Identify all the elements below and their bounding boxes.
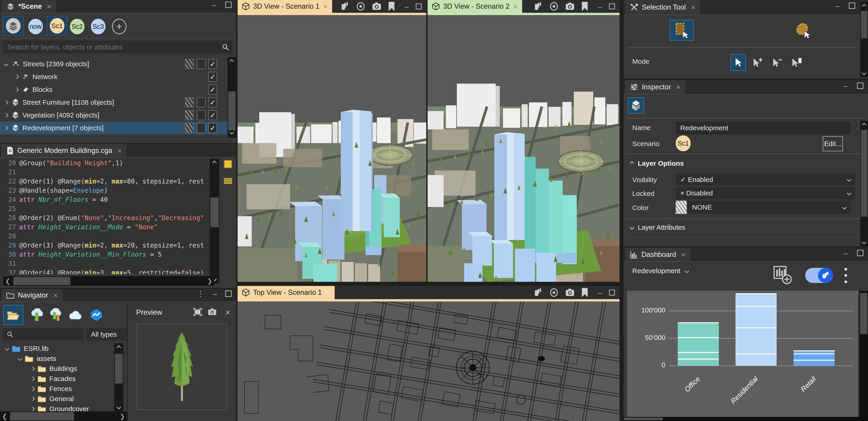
code-line-22[interactable]: 22@Order(1) @Range(min=2, max=80, stepsi… (3, 177, 211, 186)
viewport-3d-scenario1[interactable] (238, 15, 426, 282)
scroll-left-icon[interactable]: ❮ (3, 276, 12, 286)
compare-icon[interactable] (534, 288, 542, 297)
scroll-down-icon[interactable] (860, 68, 868, 77)
minimize-icon[interactable]: – (598, 2, 602, 11)
lasso-select-button[interactable] (790, 20, 814, 41)
code-line-28[interactable]: 28 (3, 232, 211, 241)
tab-selection-tool[interactable]: Selection Tool × (625, 0, 701, 14)
code-line-27[interactable]: 27attr Height_Variation__Mode = "None" (3, 222, 211, 232)
editor-hscrollbar[interactable]: ❮ ❯ (3, 276, 214, 286)
code-line-30[interactable]: 30attr Height_Variation__Min_Floors = 5 (3, 250, 211, 259)
layer-row-vegetation[interactable]: Vegetation [4092 objects]✓ (0, 109, 227, 122)
inspector-scrollbar[interactable] (860, 121, 868, 246)
code-editor-area[interactable]: 20@Group("Building Height",1)2122@Order(… (3, 159, 211, 274)
scene-search-input[interactable] (3, 43, 222, 51)
inspector-object-type-button[interactable] (628, 97, 644, 114)
minimize-icon[interactable]: – (212, 1, 216, 9)
tab-3d-view-scenario2[interactable]: 3D View - Scenario 2 × (428, 0, 522, 13)
tab-dashboard[interactable]: Dashboard × (625, 248, 691, 262)
tree-item-esri-lib[interactable]: ESRI.lib (5, 343, 49, 354)
navigator-groups-button[interactable] (46, 305, 66, 325)
tab-cga-file[interactable]: Generic Modern Buildings.cga × (1, 144, 127, 157)
dashboard-hscrollbar[interactable] (624, 417, 868, 421)
close-icon[interactable]: × (676, 83, 681, 91)
code-line-26[interactable]: 26@Order(2) @Enum("None","Increasing","D… (3, 213, 211, 222)
camera-icon[interactable] (565, 2, 575, 10)
scroll-down-icon[interactable] (860, 238, 868, 246)
scenario-chip-sc2[interactable]: Sc2 (70, 19, 85, 34)
close-icon[interactable]: × (225, 308, 230, 318)
tab-top-view[interactable]: Top View - Scenario 1 × (238, 286, 335, 299)
camera-icon[interactable] (565, 289, 575, 297)
layer-select-toggle[interactable] (197, 97, 206, 108)
chevron-right-icon[interactable] (30, 377, 35, 381)
layer-select-toggle[interactable] (197, 59, 206, 69)
mode-add-button[interactable] (750, 54, 765, 71)
tree-item-fences[interactable]: Fences (31, 384, 72, 394)
chevron-down-icon[interactable] (18, 356, 22, 361)
layer-visibility-checkbox[interactable]: ✓ (208, 59, 217, 69)
layer-texture-toggle[interactable] (185, 123, 194, 133)
maximize-icon[interactable] (609, 3, 615, 9)
tab-scene[interactable]: *Scene × (1, 0, 57, 13)
rectangle-select-button[interactable] (670, 20, 694, 41)
scroll-up-icon[interactable] (860, 121, 868, 129)
scroll-left-icon[interactable]: ❮ (0, 412, 9, 421)
tab-inspector[interactable]: Inspector × (625, 80, 686, 94)
scenario-chip-now[interactable]: now (28, 19, 43, 34)
chart-bar-office[interactable] (678, 322, 719, 366)
add-chart-button[interactable] (773, 266, 793, 285)
scroll-up-icon[interactable] (114, 343, 123, 352)
scroll-right-icon[interactable]: ❯ (205, 276, 214, 286)
scenario-chip-base[interactable] (6, 18, 21, 34)
layer-visibility-checkbox[interactable]: ✓ (208, 85, 217, 95)
layer-texture-toggle[interactable] (185, 97, 194, 108)
layer-row-blocks[interactable]: Blocks✓ (0, 83, 227, 96)
code-line-29[interactable]: 29@Order(3) @Range(min=2, max=20, stepsi… (3, 241, 211, 250)
edit-button[interactable]: Edit... (823, 136, 843, 151)
scenario-compare-toggle[interactable] (805, 268, 833, 283)
tab-3d-view-scenario1[interactable]: 3D View - Scenario 1 × (238, 0, 332, 13)
name-input[interactable]: Redevelopment (676, 122, 850, 134)
bookmark-icon[interactable] (581, 288, 588, 297)
tree-item-general[interactable]: General (31, 394, 74, 404)
code-line-31[interactable]: 31 (3, 259, 211, 268)
locked-dropdown[interactable]: × Disabled (676, 187, 855, 199)
chevron-right-icon[interactable] (14, 87, 19, 92)
code-line-24[interactable]: 24attr Nbr_of_Floors = 40 (3, 195, 211, 204)
kebab-menu-icon[interactable]: ⋮ (197, 290, 205, 298)
scroll-up-icon[interactable] (227, 57, 236, 66)
navigator-tree-scrollbar[interactable] (114, 343, 123, 412)
eye-icon[interactable] (549, 288, 558, 297)
minimize-icon[interactable]: – (843, 82, 848, 90)
layer-options-header[interactable]: Layer Options (630, 159, 684, 167)
bookmark-icon[interactable] (388, 2, 395, 11)
scroll-right-icon[interactable]: ❯ (118, 412, 127, 421)
chevron-right-icon[interactable] (4, 126, 8, 130)
mode-remove-button[interactable] (769, 54, 785, 71)
close-icon[interactable]: × (681, 251, 686, 259)
bookmark-icon[interactable] (581, 2, 588, 11)
layer-select-toggle[interactable] (197, 110, 206, 120)
dashboard-layer-selector[interactable]: Redevelopment (632, 267, 688, 275)
editor-vscrollbar[interactable] (210, 159, 219, 283)
chevron-right-icon[interactable] (4, 113, 8, 118)
layer-attributes-header[interactable]: Layer Attributes (630, 223, 685, 231)
chevron-down-icon[interactable] (4, 62, 8, 66)
code-line-25[interactable]: 25 (3, 204, 211, 213)
minimize-icon[interactable]: – (213, 290, 217, 298)
layer-texture-toggle[interactable] (185, 110, 194, 120)
visibility-dropdown[interactable]: ✓ Enabled (676, 173, 855, 186)
close-icon[interactable]: × (323, 2, 328, 11)
chart-bar-residential[interactable] (736, 293, 777, 366)
layer-visibility-checkbox[interactable]: ✓ (208, 97, 217, 108)
navigator-search-input[interactable] (14, 330, 84, 338)
navigator-arcgis-button[interactable] (86, 305, 106, 325)
dashboard-chart[interactable]: 050'000100'000 OfficeResidentialRetail (627, 291, 858, 417)
navigator-workspace-button[interactable] (3, 305, 23, 325)
preview-fit-button[interactable] (193, 308, 202, 316)
preview-snapshot-button[interactable] (208, 308, 217, 315)
layer-visibility-checkbox[interactable]: ✓ (208, 110, 217, 120)
layer-row-street[interactable]: Street Furniture [1108 objects]✓ (0, 96, 227, 109)
tree-item-assets[interactable]: assets (18, 353, 56, 364)
